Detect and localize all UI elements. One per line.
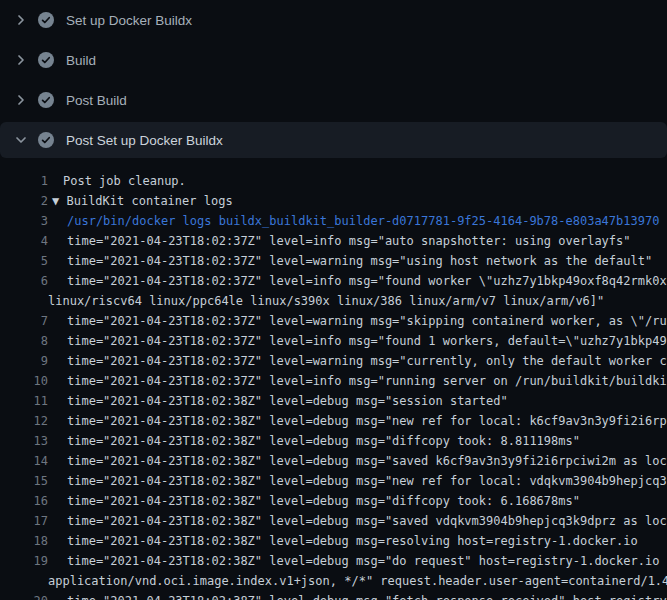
log-line-number[interactable]: 5 — [0, 251, 48, 271]
log-text: time="2021-04-23T18:02:38Z" level=debug … — [48, 531, 638, 551]
log-line-number[interactable]: 6 — [0, 271, 48, 291]
log-text: Post job cleanup. — [48, 171, 186, 191]
log-line: 1Post job cleanup. — [0, 171, 667, 191]
chevron-right-icon[interactable] — [13, 12, 29, 28]
log-text: time="2021-04-23T18:02:38Z" level=debug … — [48, 491, 580, 511]
log-line: 20time="2021-04-23T18:02:38Z" level=debu… — [0, 591, 667, 600]
log-group-header: ▼ BuildKit container logs — [48, 191, 233, 211]
log-line-number — [0, 291, 48, 311]
step-row-post-set-up-docker-buildx[interactable]: Post Set up Docker Buildx — [0, 122, 667, 158]
log-line-number[interactable]: 20 — [0, 591, 48, 600]
step-row-build[interactable]: Build — [0, 40, 667, 80]
step-label: Post Set up Docker Buildx — [66, 133, 223, 148]
log-line: 16time="2021-04-23T18:02:38Z" level=debu… — [0, 491, 667, 511]
log-line: 13time="2021-04-23T18:02:38Z" level=debu… — [0, 431, 667, 451]
check-circle-icon — [38, 12, 54, 28]
log-text: application/vnd.oci.image.index.v1+json,… — [48, 571, 667, 591]
log-line-number[interactable]: 17 — [0, 511, 48, 531]
chevron-right-icon[interactable] — [13, 92, 29, 108]
log-line-number[interactable]: 18 — [0, 531, 48, 551]
log-line-continuation: linux/riscv64 linux/ppc64le linux/s390x … — [0, 291, 667, 311]
log-line-number[interactable]: 9 — [0, 351, 48, 371]
log-line-number[interactable]: 13 — [0, 431, 48, 451]
log-line: 5time="2021-04-23T18:02:37Z" level=warni… — [0, 251, 667, 271]
log-text: time="2021-04-23T18:02:38Z" level=debug … — [48, 591, 667, 600]
log-line-number[interactable]: 8 — [0, 331, 48, 351]
log-line-number[interactable]: 10 — [0, 371, 48, 391]
log-text: time="2021-04-23T18:02:38Z" level=debug … — [48, 511, 667, 531]
log-line: 10time="2021-04-23T18:02:37Z" level=info… — [0, 371, 667, 391]
log-line: 4time="2021-04-23T18:02:37Z" level=info … — [0, 231, 667, 251]
log-line-number[interactable]: 3 — [0, 211, 48, 231]
group-title[interactable]: BuildKit container logs — [59, 194, 232, 208]
log-line-number[interactable]: 11 — [0, 391, 48, 411]
command-text: /usr/bin/docker logs buildx_buildkit_bui… — [48, 211, 659, 231]
log-text: time="2021-04-23T18:02:37Z" level=warnin… — [48, 251, 652, 271]
log-line: 12time="2021-04-23T18:02:38Z" level=debu… — [0, 411, 667, 431]
step-row-post-build[interactable]: Post Build — [0, 80, 667, 120]
log-line: 3/usr/bin/docker logs buildx_buildkit_bu… — [0, 211, 667, 231]
check-circle-icon — [38, 52, 54, 68]
log-line: 14time="2021-04-23T18:02:38Z" level=debu… — [0, 451, 667, 471]
log-text: time="2021-04-23T18:02:37Z" level=info m… — [48, 371, 667, 391]
log-line: 2▼ BuildKit container logs — [0, 191, 667, 211]
log-line: 11time="2021-04-23T18:02:38Z" level=debu… — [0, 391, 667, 411]
log-text: time="2021-04-23T18:02:37Z" level=info m… — [48, 331, 667, 351]
step-label: Post Build — [66, 93, 127, 108]
log-line-continuation: application/vnd.oci.image.index.v1+json,… — [0, 571, 667, 591]
log-line-number — [0, 571, 48, 591]
log-line: 8time="2021-04-23T18:02:37Z" level=info … — [0, 331, 667, 351]
log-text: time="2021-04-23T18:02:38Z" level=debug … — [48, 451, 667, 471]
log-text: time="2021-04-23T18:02:37Z" level=info m… — [48, 271, 667, 291]
log-line-number[interactable]: 19 — [0, 551, 48, 571]
log-text: time="2021-04-23T18:02:38Z" level=debug … — [48, 471, 667, 491]
log-line: 15time="2021-04-23T18:02:38Z" level=debu… — [0, 471, 667, 491]
log-line-number[interactable]: 1 — [0, 171, 48, 191]
check-circle-icon — [38, 92, 54, 108]
log-line: 7time="2021-04-23T18:02:37Z" level=warni… — [0, 311, 667, 331]
log-text: time="2021-04-23T18:02:37Z" level=warnin… — [48, 351, 667, 371]
step-row-set-up-docker-buildx[interactable]: Set up Docker Buildx — [0, 0, 667, 40]
log-text: time="2021-04-23T18:02:37Z" level=warnin… — [48, 311, 667, 331]
log-text: time="2021-04-23T18:02:38Z" level=debug … — [48, 431, 580, 451]
step-list: Set up Docker BuildxBuildPost BuildPost … — [0, 0, 667, 158]
log-line: 18time="2021-04-23T18:02:38Z" level=debu… — [0, 531, 667, 551]
log-line: 19time="2021-04-23T18:02:38Z" level=debu… — [0, 551, 667, 571]
step-label: Build — [66, 53, 96, 68]
log-text: time="2021-04-23T18:02:38Z" level=debug … — [48, 391, 508, 411]
step-label: Set up Docker Buildx — [66, 13, 192, 28]
log-text: time="2021-04-23T18:02:37Z" level=info m… — [48, 231, 631, 251]
log-line-number[interactable]: 12 — [0, 411, 48, 431]
log-line: 9time="2021-04-23T18:02:37Z" level=warni… — [0, 351, 667, 371]
log-line-number[interactable]: 4 — [0, 231, 48, 251]
chevron-right-icon[interactable] — [13, 52, 29, 68]
log-viewer: 1Post job cleanup.2▼ BuildKit container … — [0, 160, 667, 600]
log-line-number[interactable]: 2 — [0, 191, 48, 211]
log-line: 17time="2021-04-23T18:02:38Z" level=debu… — [0, 511, 667, 531]
chevron-down-icon[interactable] — [13, 132, 29, 148]
log-text: linux/riscv64 linux/ppc64le linux/s390x … — [48, 291, 604, 311]
log-line-number[interactable]: 15 — [0, 471, 48, 491]
log-line-number[interactable]: 16 — [0, 491, 48, 511]
log-line-number[interactable]: 7 — [0, 311, 48, 331]
log-line-number[interactable]: 14 — [0, 451, 48, 471]
log-line: 6time="2021-04-23T18:02:37Z" level=info … — [0, 271, 667, 291]
check-circle-icon — [38, 132, 54, 148]
log-text: time="2021-04-23T18:02:38Z" level=debug … — [48, 551, 667, 571]
log-text: time="2021-04-23T18:02:38Z" level=debug … — [48, 411, 667, 431]
